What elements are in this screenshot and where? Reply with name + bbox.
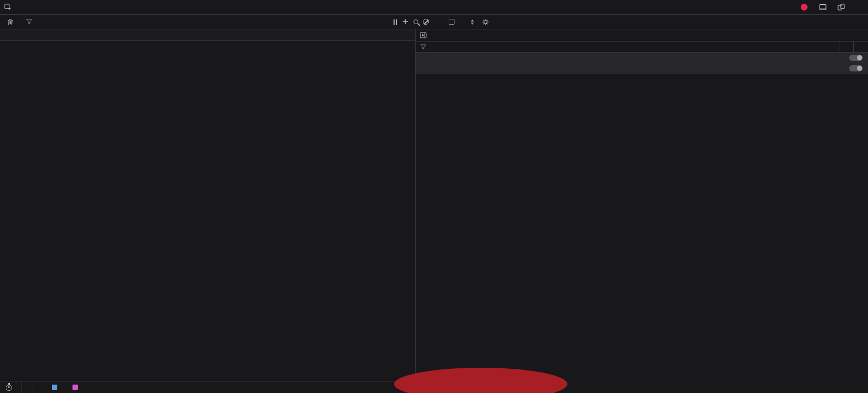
network-settings-button[interactable] xyxy=(479,15,492,29)
dock-bottom-icon xyxy=(819,4,826,11)
responsive-design-button[interactable] xyxy=(834,0,848,14)
resend-button[interactable] xyxy=(853,42,863,52)
search-icon[interactable] xyxy=(414,19,418,24)
sidebar-toggle-icon xyxy=(420,32,427,38)
close-devtools-button[interactable] xyxy=(859,0,865,14)
disable-cache[interactable] xyxy=(449,19,458,25)
trash-icon xyxy=(7,19,13,25)
summary-transferred xyxy=(22,381,34,393)
headers-panel-body xyxy=(416,53,868,393)
toolbar-right-actions xyxy=(801,0,868,14)
new-request-button[interactable]: + xyxy=(402,18,409,26)
pause-icon[interactable] xyxy=(394,19,397,25)
raw-toggle-switch[interactable] xyxy=(849,55,863,61)
gear-icon xyxy=(482,18,489,26)
request-list xyxy=(0,29,415,393)
network-main xyxy=(0,29,868,393)
clear-requests-button[interactable] xyxy=(4,15,16,29)
summary-bar xyxy=(0,381,415,393)
url-filter xyxy=(26,18,389,25)
block-icon[interactable] xyxy=(423,19,429,25)
split-console-button[interactable] xyxy=(816,0,830,14)
responsive-design-icon xyxy=(838,4,845,11)
block-url-button[interactable] xyxy=(840,42,850,52)
error-badge-icon[interactable] xyxy=(801,4,808,11)
response-headers-section[interactable] xyxy=(416,53,868,63)
summary-finish xyxy=(34,381,46,393)
headers-filter-input[interactable] xyxy=(430,44,836,50)
request-table-rows xyxy=(0,41,415,381)
throttling-select[interactable] xyxy=(468,19,474,25)
devtools-window: + xyxy=(0,0,868,393)
network-toolbar: + xyxy=(0,15,868,29)
pick-element-icon xyxy=(4,4,12,11)
headers-filter-row xyxy=(416,42,868,53)
sidebar-toggle-button[interactable] xyxy=(416,29,431,41)
request-headers-section[interactable] xyxy=(416,63,868,74)
summary-requests xyxy=(0,381,22,393)
raw-toggle-switch[interactable] xyxy=(849,65,863,71)
domcontentloaded-marker-icon xyxy=(52,385,57,390)
detail-tabs xyxy=(416,29,868,42)
toolbar-separator xyxy=(16,2,16,12)
request-details-panel xyxy=(415,29,868,393)
devtools-toolbar xyxy=(0,0,868,15)
select-arrows-icon xyxy=(471,19,474,25)
summary-domcontentloaded xyxy=(46,381,67,393)
funnel-icon xyxy=(420,44,426,50)
stopwatch-icon xyxy=(6,385,12,391)
load-marker-icon xyxy=(73,385,78,390)
meatball-menu-button[interactable] xyxy=(850,0,856,14)
pick-element-button[interactable] xyxy=(0,0,16,14)
disable-cache-checkbox[interactable] xyxy=(449,19,454,25)
url-filter-input[interactable] xyxy=(35,18,389,25)
request-table-header xyxy=(0,29,415,41)
funnel-icon xyxy=(26,19,32,25)
summary-load xyxy=(67,381,87,393)
